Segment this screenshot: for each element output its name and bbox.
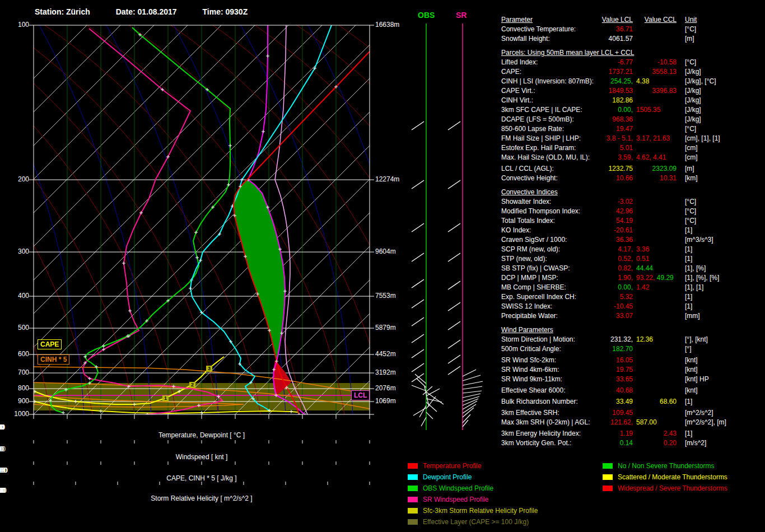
row-label: MB Comp | SHERBE: <box>501 283 596 292</box>
row-label: DCAPE (LFS = 500mB): <box>501 115 596 124</box>
table-row: 500m Critical Angle:182.70[°] <box>501 344 763 354</box>
value-part: 93.22, <box>636 274 655 282</box>
value-lcl-cell: -6.77 <box>596 58 633 67</box>
value-part: 4061.57 <box>609 35 633 43</box>
legend-label: Widespread / Severe Thunderstorms <box>618 484 727 492</box>
srh-km-marker: 3 <box>206 366 212 372</box>
windspeed-tick-label: 100 <box>0 446 6 453</box>
value-part: 42.96 <box>616 207 633 215</box>
profile-legend-item: Effective Layer (CAPE >= 100 J/kg) <box>408 516 538 528</box>
col-value-lcl: Value LCL <box>596 15 633 25</box>
table-row: CAPE:1737.213558.13[J/kg] <box>501 67 763 77</box>
cape-box-label: CAPE <box>38 339 62 349</box>
height-label: 4452m <box>375 351 396 358</box>
row-label: CINH | LSI (Inversion: 807mB): <box>501 77 596 86</box>
value-part: 4.62, <box>636 153 651 161</box>
row-label: SR Wind 4km-6km: <box>501 365 596 375</box>
value-part: 1.42 <box>636 283 649 291</box>
height-label: 9604m <box>375 248 396 255</box>
table-row: STP (new, old):0.52,0.51[1] <box>501 254 763 264</box>
value-extra-cell <box>633 344 677 354</box>
table-row: SR Wind 4km-6km:19.75[knt] <box>501 365 763 375</box>
table-row: Precipitable Water:33.07[mm] <box>501 311 763 321</box>
value-extra-cell <box>633 96 677 105</box>
value-extra-cell: 44.44 <box>633 264 677 273</box>
table-row: Effective Shear 6000:40.68[knt] <box>501 386 763 395</box>
value-lcl-cell: 109.45 <box>596 408 633 418</box>
legend-swatch-icon <box>603 486 613 491</box>
value-part: 1.19 <box>620 430 633 437</box>
value-lcl-cell: 36.71 <box>596 25 633 34</box>
profile-legend-item: Sfc-3km Storm Relative Helicity Profile <box>408 505 538 516</box>
pressure-label: 400 <box>18 292 29 300</box>
thunderstorm-legend-item: Widespread / Severe Thunderstorms <box>603 483 727 494</box>
unit-cell: [1] <box>685 302 763 311</box>
temperature-axis-title: Temperature, Dewpoint [ °C ] <box>158 432 245 439</box>
value-lcl-cell: 36.36 <box>596 235 633 245</box>
value-part: 4.41 <box>651 153 666 161</box>
value-part: 10.66 <box>616 174 633 182</box>
value-extra-cell: 0.51 <box>633 254 677 264</box>
windspeed-axis-title: Windspeed [ knt ] <box>176 454 228 461</box>
value-part: 3.17, <box>636 134 651 142</box>
unit-cell: [°C] <box>685 197 763 207</box>
row-label: 3km SFC CAPE | IL CAPE: <box>501 105 596 115</box>
row-label: KO Index: <box>501 226 596 235</box>
height-label: 12274m <box>375 176 399 183</box>
date-label: Date: 01.08.2017 <box>116 7 177 16</box>
unit-cell: [m^2/s^2] <box>685 408 763 418</box>
unit-cell: [1] <box>685 226 763 235</box>
value-lcl-cell: 0.00, <box>596 283 633 292</box>
row-label: SR Wind 9km-11km: <box>501 375 596 384</box>
table-row: 3km Effective SRH:109.45[m^2/s^2] <box>501 408 763 418</box>
value-part: 2.43 <box>664 430 677 437</box>
cape-axis-title: CAPE, CINH * 5 [ J/kg ] <box>166 475 236 482</box>
page-title: Station: Zürich Date: 01.08.2017 Time: 0… <box>35 7 271 16</box>
unit-cell: [1] <box>685 254 763 264</box>
value-extra-cell <box>633 143 677 153</box>
unit-cell: [m] <box>685 34 763 44</box>
pressure-label: 300 <box>18 248 29 255</box>
value-lcl-cell: 33.49 <box>596 397 633 407</box>
row-label: SWISS 12 Index: <box>501 302 596 311</box>
unit-cell: [1] <box>685 397 763 407</box>
unit-cell: [J/kg] <box>685 67 763 77</box>
value-lcl-cell: 968.36 <box>596 115 633 124</box>
table-row: SB STP (fix) | CWASP:0.82,44.44[1], [%] <box>501 264 763 273</box>
legend-swatch-icon <box>408 497 418 502</box>
value-part: 968.36 <box>612 115 633 123</box>
row-label: CINH Virt.: <box>501 96 596 105</box>
unit-cell: [1], [%] <box>685 264 763 273</box>
value-lcl-cell: 231.32, <box>596 335 633 344</box>
value-extra-cell <box>633 124 677 134</box>
obs-column-label: OBS <box>418 11 435 20</box>
value-lcl-cell: 0.52, <box>596 254 633 264</box>
value-part: -3.02 <box>618 198 633 206</box>
value-lcl-cell: 33.07 <box>596 311 633 321</box>
legend-swatch-icon <box>603 463 613 469</box>
value-part: 3.59, <box>618 153 633 161</box>
value-part: 16.05 <box>616 356 633 364</box>
row-label: LCL / CCL (AGL): <box>501 164 596 174</box>
value-extra-cell: 4.38 <box>633 77 677 86</box>
value-part: 49.29 <box>655 274 673 282</box>
height-label: 2076m <box>375 385 396 392</box>
unit-cell: [J/kg], [°C] <box>685 77 763 86</box>
value-extra-cell <box>633 302 677 311</box>
temperature-tick-label: 50 <box>0 424 4 431</box>
thunderstorm-legend-item: Scattered / Moderate Thunderstorms <box>603 472 727 483</box>
pressure-label: 900 <box>18 398 29 405</box>
value-ccl-cell: 2.43 <box>633 429 677 438</box>
value-extra-cell <box>633 207 677 216</box>
value-ccl-cell: 3558.13 <box>633 67 677 77</box>
unit-cell: [°] <box>685 344 763 354</box>
value-extra-cell: 1.42 <box>633 283 677 292</box>
unit-cell: [°C] <box>685 25 763 34</box>
value-part: 54.19 <box>616 217 633 225</box>
value-extra-cell <box>633 311 677 321</box>
row-label: Max. Hail Size (OLD, MU, IL): <box>501 153 596 162</box>
value-part: 19.75 <box>616 366 633 374</box>
row-label: Exp. Supercell Index CH: <box>501 292 596 302</box>
profile-legend-item: Dewpoint Profile <box>408 472 538 483</box>
value-part: 4.38 <box>636 77 649 85</box>
